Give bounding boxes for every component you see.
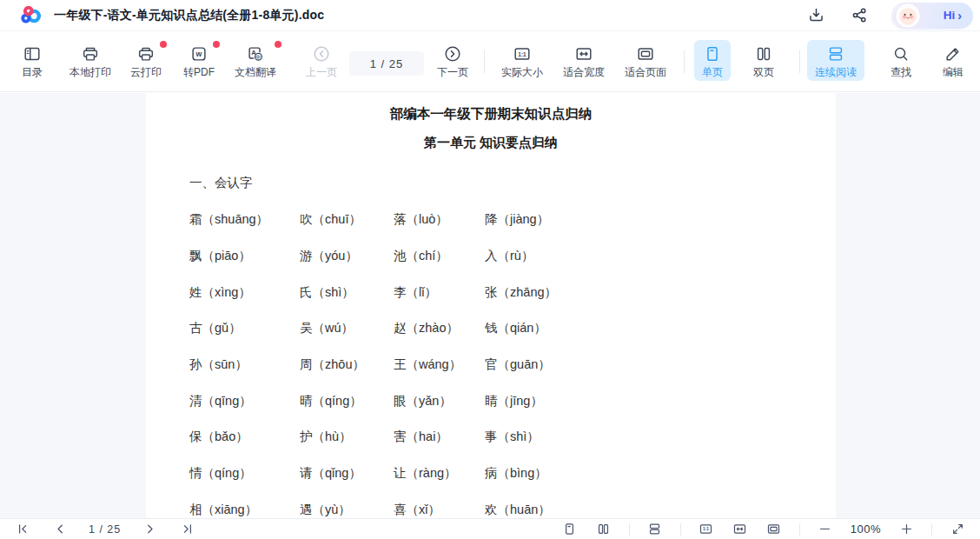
hi-label: Hi — [944, 9, 956, 22]
word-item: 官（guān） — [485, 347, 836, 383]
cloud-print-label: 云打印 — [130, 67, 162, 77]
continuous-icon — [826, 44, 845, 63]
continuous-read-button[interactable]: 连续阅读 — [807, 40, 864, 81]
convert-pdf-button[interactable]: w 转PDF — [175, 40, 222, 81]
last-page-button[interactable] — [178, 521, 195, 538]
fit-width-icon — [732, 522, 747, 536]
divider — [484, 50, 485, 73]
one-to-one-icon: 1:1 — [513, 44, 532, 63]
single-page-button[interactable]: 单页 — [694, 40, 731, 81]
status-bar: 1 / 25 — [0, 518, 980, 539]
divider — [799, 50, 800, 73]
statusbar-tools: 1:1 100% — [561, 521, 966, 538]
next-page-button[interactable]: 下一页 — [429, 40, 476, 81]
single-page-icon — [562, 522, 577, 536]
find-button[interactable]: 查找 — [883, 40, 919, 81]
download-icon — [807, 6, 825, 24]
svg-text:w: w — [195, 50, 202, 58]
fit-page-button[interactable]: 适合页面 — [617, 40, 674, 81]
single-page-button-bottom[interactable] — [561, 521, 579, 538]
word-item: 保（bǎo） — [189, 419, 300, 456]
actual-size-button-bottom[interactable]: 1:1 — [698, 521, 715, 538]
netdisk-logo-icon — [19, 3, 43, 28]
document-page: 部编本一年级下册期末知识点归纳 第一单元 知识要点归纳 一、会认字 霜（shuā… — [146, 93, 836, 518]
translate-button[interactable]: A 中 文档翻译 — [227, 40, 284, 81]
fullscreen-icon — [950, 522, 965, 536]
share-icon — [851, 6, 869, 24]
divider — [799, 523, 800, 536]
word-item: 游（yóu） — [300, 238, 394, 275]
fit-page-label: 适合页面 — [625, 67, 666, 77]
word-item: 吴（wú） — [300, 310, 394, 347]
document-title: 一年级下-语文-单元知识点总结(全册1-8单元).doc — [54, 8, 324, 23]
svg-text:1:1: 1:1 — [518, 51, 526, 57]
statusbar-nav: 1 / 25 — [14, 521, 195, 538]
word-item: 喜（xǐ） — [394, 492, 485, 519]
local-print-button[interactable]: 本地打印 — [62, 40, 119, 81]
word-item: 晴（qíng） — [300, 383, 394, 419]
word-item: 李（lǐ） — [394, 274, 485, 310]
word-item: 池（chí） — [394, 238, 485, 275]
cloud-print-button[interactable]: 云打印 — [122, 40, 169, 81]
double-page-button[interactable]: 双页 — [745, 40, 782, 81]
word-item: 眼（yǎn） — [394, 383, 485, 419]
svg-text:中: 中 — [255, 54, 261, 60]
word-item: 降（jiàng） — [485, 202, 836, 238]
word-item: 清（qīng） — [189, 383, 300, 419]
actual-size-label: 实际大小 — [501, 67, 543, 77]
actual-size-button[interactable]: 1:1 实际大小 — [493, 40, 551, 81]
notification-dot — [160, 41, 167, 48]
fullscreen-button[interactable] — [949, 521, 966, 538]
toc-label: 目录 — [22, 67, 43, 77]
chevron-right-icon: › — [957, 10, 962, 22]
share-button[interactable] — [848, 4, 871, 27]
next-page-button-bottom[interactable] — [141, 521, 158, 538]
chevron-right-icon — [142, 522, 157, 536]
fit-page-button-bottom[interactable] — [765, 521, 783, 538]
double-page-label: 双页 — [753, 67, 774, 77]
fit-width-button-bottom[interactable] — [732, 521, 749, 538]
continuous-read-button-bottom[interactable] — [646, 521, 664, 538]
avatar — [893, 1, 923, 30]
page-indicator-input[interactable]: 1 / 25 — [349, 51, 424, 76]
local-print-label: 本地打印 — [70, 67, 111, 77]
word-item: 睛（jīng） — [485, 383, 836, 419]
circle-chevron-right-icon — [443, 44, 462, 63]
word-item: 张（zhāng） — [485, 274, 836, 310]
printer-icon — [81, 44, 100, 63]
zoom-in-button[interactable] — [897, 521, 915, 538]
divider — [680, 523, 681, 536]
translate-icon: A 中 — [246, 44, 265, 63]
one-to-one-icon: 1:1 — [699, 522, 713, 536]
download-button[interactable] — [805, 4, 827, 27]
word-item: 遇（yù） — [300, 492, 394, 519]
prev-page-label: 上一页 — [306, 67, 337, 77]
divider — [684, 50, 685, 73]
fit-width-label: 适合宽度 — [563, 67, 605, 77]
user-profile-button[interactable]: Hi › — [891, 3, 973, 29]
word-item: 古（gǔ） — [189, 310, 300, 347]
zoom-out-button[interactable] — [817, 521, 834, 538]
edit-button[interactable]: 编辑 — [935, 40, 971, 81]
fit-width-button[interactable]: 适合宽度 — [555, 40, 612, 81]
word-item: 赵（zhào） — [394, 310, 485, 347]
toc-button[interactable]: 目录 — [14, 40, 50, 81]
word-list: 霜（shuāng） 吹（chuī） 落（luò） 降（jiàng） 飘（piāo… — [189, 202, 836, 518]
word-item: 氏（shì） — [300, 274, 394, 310]
double-page-button-bottom[interactable] — [595, 521, 612, 538]
word-item: 入（rù） — [485, 238, 836, 275]
prev-page-button-bottom[interactable] — [51, 521, 69, 538]
word-item: 吹（chuī） — [300, 202, 394, 238]
convert-pdf-label: 转PDF — [183, 67, 215, 77]
word-item: 情（qíng） — [189, 456, 300, 492]
translate-label: 文档翻译 — [235, 67, 276, 77]
title-bar: 一年级下-语文-单元知识点总结(全册1-8单元).doc — [0, 0, 980, 31]
notification-dot — [275, 41, 281, 48]
prev-page-button[interactable]: 上一页 — [298, 40, 345, 81]
word-item: 害（hai） — [394, 419, 485, 456]
double-page-icon — [754, 44, 773, 63]
fit-width-icon — [574, 44, 593, 63]
divider — [931, 523, 932, 536]
double-page-icon — [596, 522, 611, 536]
first-page-button[interactable] — [14, 521, 31, 538]
